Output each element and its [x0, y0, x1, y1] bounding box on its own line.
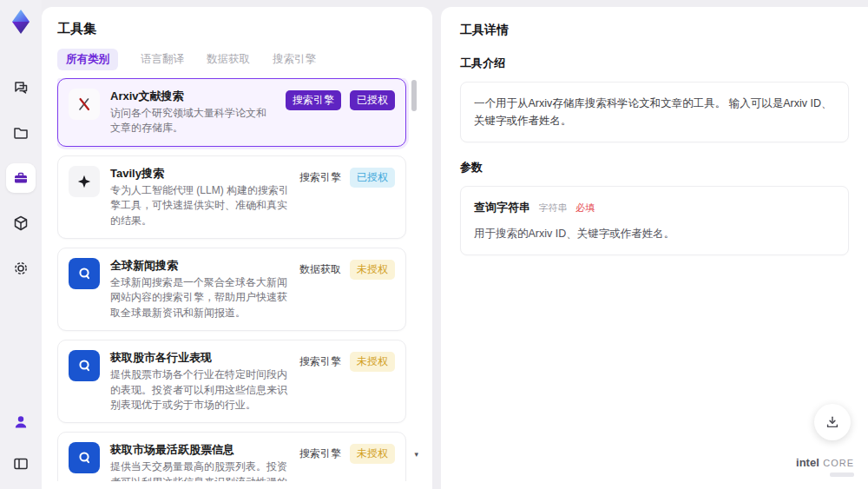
tab-data-acquisition[interactable]: 数据获取	[207, 52, 250, 67]
download-button[interactable]	[814, 404, 851, 440]
category-label: 搜索引擎	[299, 168, 341, 185]
tools-panel: 工具集 所有类别 语言翻译 数据获取 搜索引擎 Arxiv文献搜索 访问各个研究…	[42, 7, 432, 489]
tool-description: 提供当天交易量最高的股票列表。投资者可以利用这些信息来识别流动性强的股票和潜在的…	[110, 459, 289, 481]
param-required-flag: 必填	[575, 202, 595, 213]
detail-title: 工具详情	[460, 23, 849, 38]
tool-name: 获取市场最活跃股票信息	[110, 442, 289, 458]
tool-description: 访问各个研究领域大量科学论文和文章的存储库。	[110, 106, 275, 136]
param-box: 查询字符串 字符串 必填 用于搜索的Arxiv ID、关键字或作者姓名。	[460, 186, 849, 255]
param-name: 查询字符串	[474, 201, 530, 214]
intro-text: 一个用于从Arxiv存储库搜索科学论文和文章的工具。 输入可以是Arxiv ID…	[474, 97, 832, 127]
sidebar-item-chat[interactable]	[6, 73, 36, 102]
auth-status-badge: 已授权	[350, 90, 395, 110]
sidebar-item-account[interactable]	[6, 407, 36, 437]
tool-card-tavily[interactable]: Tavily搜索 专为人工智能代理 (LLM) 构建的搜索引擎工具，可快速提供实…	[57, 155, 406, 239]
category-label: 数据获取	[299, 260, 341, 277]
page-title: 工具集	[57, 21, 418, 37]
tool-card-active-stocks[interactable]: 获取市场最活跃股票信息 提供当天交易量最高的股票列表。投资者可以利用这些信息来识…	[57, 432, 406, 481]
sidebar-nav	[6, 73, 36, 283]
auth-status-badge: 未授权	[350, 260, 395, 280]
intro-box: 一个用于从Arxiv存储库搜索科学论文和文章的工具。 输入可以是Arxiv ID…	[460, 82, 849, 142]
tool-detail-panel: 工具详情 工具介绍 一个用于从Arxiv存储库搜索科学论文和文章的工具。 输入可…	[441, 7, 868, 489]
param-header: 查询字符串 字符串 必填	[474, 199, 835, 217]
intel-core-logo: intel CORE	[796, 453, 854, 477]
list-scrollbar[interactable]: ▾	[410, 78, 418, 481]
app-root: { "accent_color": "#6d28d9", "sidebar": …	[0, 0, 868, 489]
param-description: 用于搜索的Arxiv ID、关键字或作者姓名。	[474, 225, 835, 242]
download-icon	[825, 414, 840, 430]
tool-description: 专为人工智能代理 (LLM) 构建的搜索引擎工具，可快速提供实时、准确和真实的结…	[110, 183, 289, 228]
chat-icon	[12, 79, 30, 96]
folder-icon	[12, 124, 30, 142]
toolbox-icon	[12, 169, 30, 187]
gear-icon	[12, 260, 30, 277]
category-tabs: 所有类别 语言翻译 数据获取 搜索引擎	[57, 49, 418, 69]
tab-search-engine[interactable]: 搜索引擎	[273, 52, 316, 67]
category-label: 搜索引擎	[299, 444, 341, 461]
param-type: 字符串	[538, 202, 567, 213]
left-sidebar	[0, 0, 42, 489]
cube-icon	[12, 215, 30, 232]
user-icon	[12, 413, 30, 431]
auth-status-badge: 未授权	[350, 444, 395, 464]
auth-status-badge: 未授权	[350, 352, 395, 372]
tool-card-arxiv[interactable]: Arxiv文献搜索 访问各个研究领域大量科学论文和文章的存储库。 搜索引擎 已授…	[57, 78, 406, 147]
brand-intel-text: intel	[796, 456, 819, 469]
category-label: 搜索引擎	[299, 352, 341, 369]
panel-toggle-icon	[12, 455, 30, 472]
news-q-icon	[69, 258, 100, 289]
sidebar-item-models[interactable]	[6, 208, 36, 238]
sidebar-item-settings[interactable]	[6, 254, 36, 283]
tool-name: 全球新闻搜索	[110, 258, 289, 274]
tool-description: 全球新闻搜索是一个聚合全球各大新闻网站内容的搜索引擎，帮助用户快速获取全球最新资…	[110, 275, 289, 320]
category-badge: 搜索引擎	[286, 90, 341, 110]
tool-name: Arxiv文献搜索	[110, 89, 275, 104]
finance-q-icon	[69, 350, 100, 381]
tool-card-global-news[interactable]: 全球新闻搜索 全球新闻搜索是一个聚合全球各大新闻网站内容的搜索引擎，帮助用户快速…	[57, 248, 406, 331]
sidebar-item-collapse[interactable]	[6, 449, 36, 479]
app-logo[interactable]	[8, 9, 34, 35]
tab-language-translation[interactable]: 语言翻译	[141, 52, 184, 67]
tool-card-sector-performance[interactable]: 获取股市各行业表现 提供股票市场各个行业在特定时间段内的表现。投资者可以利用这些…	[57, 340, 406, 423]
sidebar-item-tools[interactable]	[6, 163, 36, 193]
brand-underline	[830, 472, 854, 477]
tool-name: 获取股市各行业表现	[110, 350, 289, 366]
tab-all-categories[interactable]: 所有类别	[57, 49, 118, 70]
tavily-star-icon	[69, 166, 100, 197]
stocks-q-icon	[69, 442, 100, 473]
tool-list: Arxiv文献搜索 访问各个研究领域大量科学论文和文章的存储库。 搜索引擎 已授…	[57, 78, 418, 481]
tool-name: Tavily搜索	[110, 166, 289, 182]
sidebar-bottom	[6, 407, 36, 479]
sidebar-item-files[interactable]	[6, 118, 36, 148]
auth-status-badge: 已授权	[350, 168, 395, 188]
arxiv-logo-icon	[69, 89, 100, 120]
intro-heading: 工具介绍	[460, 56, 849, 71]
scrollbar-thumb[interactable]	[411, 80, 417, 111]
scrollbar-down-arrow[interactable]: ▾	[414, 450, 418, 459]
params-heading: 参数	[460, 160, 849, 175]
brand-core-text: CORE	[823, 458, 854, 468]
tool-description: 提供股票市场各个行业在特定时间段内的表现。投资者可以利用这些信息来识别表现优于或…	[110, 367, 289, 413]
